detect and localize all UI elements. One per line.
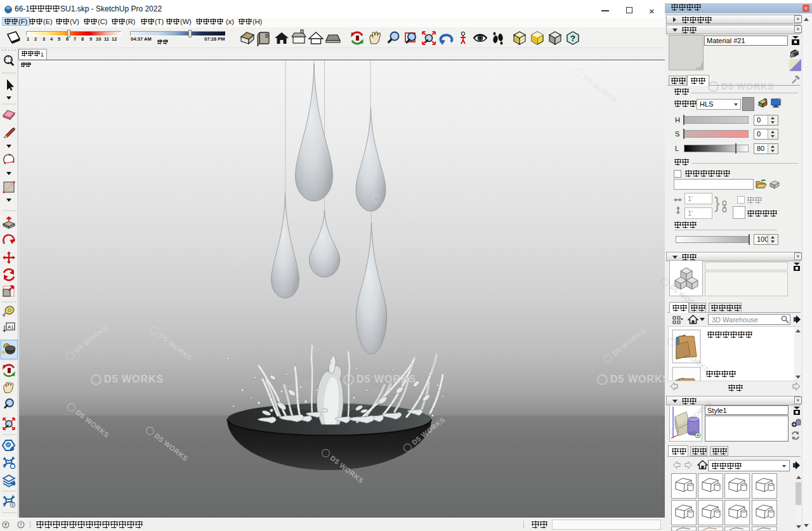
svg-text:A1: A1 (8, 324, 14, 330)
svg-text:?: ? (570, 34, 575, 43)
